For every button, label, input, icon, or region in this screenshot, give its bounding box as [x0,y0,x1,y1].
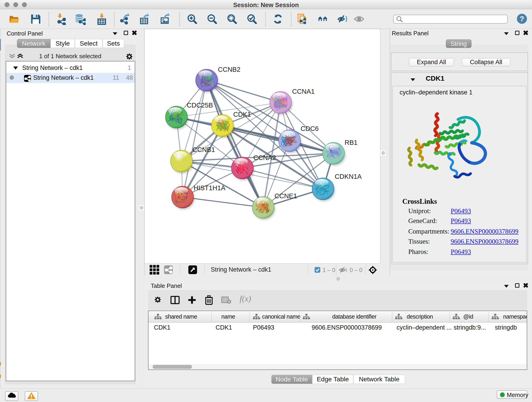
svg-text:HIST1H1A: HIST1H1A [194,184,225,191]
svg-text:CDKN1A: CDKN1A [335,173,362,180]
svg-text:RB1: RB1 [345,139,357,146]
svg-text:CCNB2: CCNB2 [218,66,240,73]
svg-text:CCNA2: CCNA2 [253,154,276,161]
svg-text:CDC6: CDC6 [301,125,319,132]
svg-text:CCNB1: CCNB1 [192,146,215,153]
svg-text:CDK1: CDK1 [233,111,251,118]
svg-text:CDC25B: CDC25B [187,102,213,109]
svg-text:CCNE1: CCNE1 [274,192,297,200]
svg-text:CCNA1: CCNA1 [292,88,315,95]
